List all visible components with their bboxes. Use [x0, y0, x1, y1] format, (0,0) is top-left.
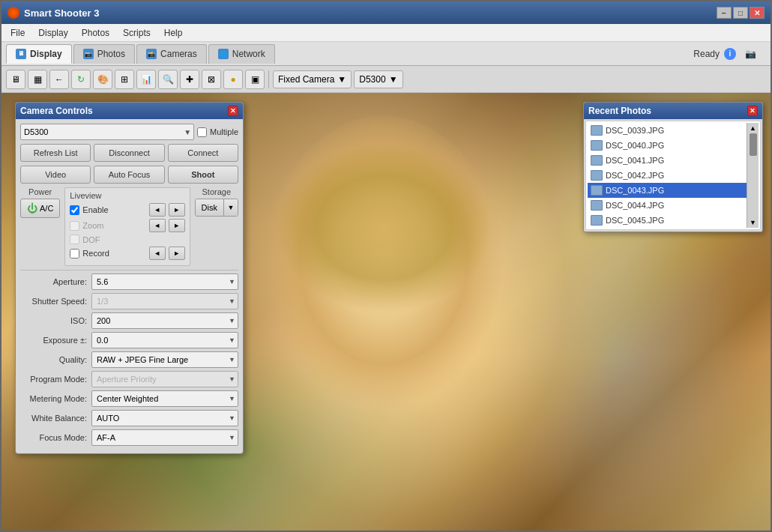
rp-item-3[interactable]: DSC_0042.JPG [588, 168, 747, 183]
liveview-rec-left-btn[interactable]: ◄ [149, 247, 166, 260]
wb-label: White Balance: [20, 414, 91, 423]
rp-filename-2: DSC_0041.JPG [606, 156, 664, 165]
metering-select[interactable]: Center Weighted [91, 390, 238, 407]
aperture-select[interactable]: 5.6 [91, 273, 238, 290]
disk-arrow[interactable]: ▼ [224, 199, 238, 216]
tab-cameras-label: Cameras [160, 49, 197, 59]
quality-label: Quality: [20, 355, 91, 364]
app-title: Smart Shooter 3 [24, 7, 99, 19]
camera-model-dropdown[interactable]: D5300 ▼ [354, 70, 402, 88]
multiple-label: Multiple [210, 127, 238, 136]
tab-network-icon: 🌐 [218, 49, 229, 59]
toolbar-yellow-btn[interactable]: ● [223, 70, 243, 89]
liveview-zoom-checkbox[interactable] [70, 221, 79, 231]
rp-thumb-5 [591, 200, 603, 211]
video-button[interactable]: Video [20, 166, 91, 184]
menu-help[interactable]: Help [158, 26, 189, 40]
exposure-select[interactable]: 0.0 [91, 332, 238, 348]
shoot-button[interactable]: Shoot [168, 166, 238, 184]
liveview-rec-right-btn[interactable]: ► [169, 247, 185, 260]
liveview-zoom-left-btn[interactable]: ◄ [149, 219, 166, 232]
maximize-button[interactable]: □ [733, 7, 748, 19]
menu-display[interactable]: Display [32, 26, 73, 40]
toolbar-color-btn[interactable]: 🎨 [93, 70, 112, 89]
liveview-dof-checkbox[interactable] [70, 235, 79, 244]
tab-cameras[interactable]: 📸 Cameras [136, 44, 207, 64]
toolbar-chart-btn[interactable]: 📊 [136, 70, 156, 89]
toolbar-qr-btn[interactable]: ▣ [245, 70, 265, 89]
rp-with-scroll: DSC_0039.JPGDSC_0040.JPGDSC_0041.JPGDSC_… [588, 123, 759, 228]
liveview-right-btn[interactable]: ► [169, 203, 185, 217]
tab-network[interactable]: 🌐 Network [208, 44, 275, 64]
liveview-enable-checkbox[interactable] [70, 205, 79, 215]
camera-select-wrapper: D5300 ▼ [20, 124, 194, 140]
toolbar-refresh-btn[interactable]: ↻ [71, 70, 91, 89]
toolbar-display-btn[interactable]: 🖥 [6, 70, 25, 89]
iso-select[interactable]: 200 [91, 312, 238, 329]
auto-focus-button[interactable]: Auto Focus [94, 166, 164, 184]
menu-photos[interactable]: Photos [76, 26, 115, 40]
aperture-label: Aperture: [20, 277, 91, 286]
metering-row: Metering Mode: Center Weighted ▼ [20, 390, 238, 407]
rp-filename-5: DSC_0044.JPG [606, 201, 664, 210]
rp-close-button[interactable]: ✕ [747, 106, 758, 116]
shutter-select[interactable]: 1/3 [91, 293, 238, 309]
disconnect-button[interactable]: Disconnect [94, 144, 164, 162]
menu-scripts[interactable]: Scripts [117, 26, 157, 40]
rp-item-5[interactable]: DSC_0044.JPG [588, 198, 747, 213]
rp-thumb-2 [591, 155, 603, 166]
exposure-row: Exposure ±: 0.0 ▼ [20, 332, 238, 348]
toolbar-grid-btn[interactable]: ⊞ [115, 70, 134, 89]
tab-display[interactable]: 🖥 Display [6, 44, 72, 64]
focus-select-wrapper: AF-A ▼ [91, 429, 238, 446]
rp-item-4[interactable]: DSC_0043.JPG [588, 183, 747, 198]
tab-photos[interactable]: 📷 Photos [73, 44, 135, 64]
liveview-left-btn[interactable]: ◄ [149, 203, 166, 217]
rp-item-6[interactable]: DSC_0045.JPG [588, 213, 747, 228]
toolbar-layout-btn[interactable]: ▦ [28, 70, 47, 89]
refresh-list-button[interactable]: Refresh List [20, 144, 91, 162]
rp-item-2[interactable]: DSC_0041.JPG [588, 153, 747, 168]
camera-panel-body: D5300 ▼ Multiple Refresh List Disconnect… [16, 119, 243, 453]
focus-select[interactable]: AF-A [91, 429, 238, 446]
liveview-zoom-right-btn[interactable]: ► [169, 219, 185, 232]
status-text: Ready [693, 49, 720, 59]
wb-select[interactable]: AUTO [91, 410, 238, 426]
program-select[interactable]: Aperture Priority [91, 371, 238, 387]
recent-photos-panel: Recent Photos ✕ DSC_0039.JPGDSC_0040.JPG… [583, 102, 763, 232]
liveview-zoom-label: Zoom [82, 221, 145, 230]
camera-panel-close[interactable]: ✕ [228, 106, 238, 116]
toolbar-search-btn[interactable]: 🔍 [158, 70, 178, 89]
connect-button[interactable]: Connect [168, 144, 238, 162]
rp-item-1[interactable]: DSC_0040.JPG [588, 138, 747, 153]
menu-file[interactable]: File [4, 26, 31, 40]
tab-cameras-icon: 📸 [146, 49, 157, 59]
minimize-button[interactable]: − [717, 7, 732, 19]
camera-panel-title: Camera Controls [20, 106, 93, 116]
title-bar-left: Smart Shooter 3 [7, 7, 99, 19]
info-icon[interactable]: i [724, 48, 736, 60]
scroll-down-btn[interactable]: ▼ [750, 219, 756, 226]
disk-button-wrapper: Disk ▼ [195, 199, 238, 217]
camera-select[interactable]: D5300 [20, 124, 194, 140]
rp-thumb-3 [591, 170, 603, 181]
quality-select[interactable]: RAW + JPEG Fine Large [91, 351, 238, 368]
program-label: Program Mode: [20, 375, 91, 384]
iso-select-wrapper: 200 ▼ [91, 312, 238, 329]
rp-item-0[interactable]: DSC_0039.JPG [588, 123, 747, 138]
rp-scrollbar[interactable]: ▲ ▼ [747, 123, 759, 228]
disk-label: Disk [196, 199, 224, 216]
rp-filename-0: DSC_0039.JPG [606, 126, 664, 135]
liveview-record-checkbox[interactable] [70, 249, 79, 259]
camera-mode-dropdown[interactable]: Fixed Camera ▼ [273, 70, 352, 88]
power-icon: ⏻ [27, 202, 37, 214]
toolbar-plus-btn[interactable]: ✚ [180, 70, 199, 89]
close-button[interactable]: ✕ [750, 7, 765, 19]
rp-list: DSC_0039.JPGDSC_0040.JPGDSC_0041.JPGDSC_… [588, 123, 747, 228]
multiple-checkbox[interactable] [197, 127, 207, 137]
ac-button[interactable]: ⏻ A/C [20, 199, 60, 218]
toolbar-back-btn[interactable]: ← [49, 70, 69, 89]
app-icon [7, 7, 19, 19]
toolbar-crop-btn[interactable]: ⊠ [202, 70, 221, 89]
scroll-up-btn[interactable]: ▲ [750, 124, 756, 132]
